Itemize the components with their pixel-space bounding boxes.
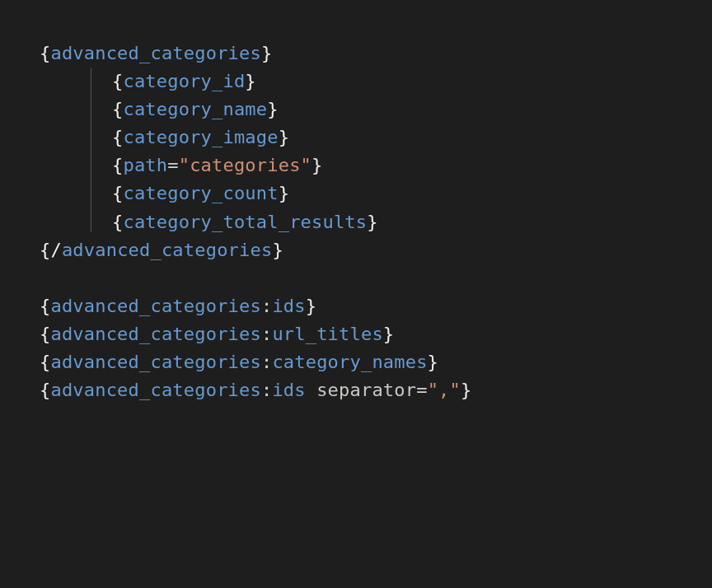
token-str: "categories" bbox=[179, 155, 312, 175]
token-tag: category_id bbox=[123, 71, 245, 91]
token-brace: { bbox=[40, 352, 50, 372]
token-colon: : bbox=[261, 296, 272, 316]
token-brace: } bbox=[261, 43, 272, 63]
token-brace: } bbox=[245, 71, 255, 91]
token-brace: { bbox=[40, 43, 50, 63]
token-brace: } bbox=[461, 380, 471, 400]
token-modifier: category_names bbox=[272, 352, 427, 372]
code-block[interactable]: {advanced_categories}{category_id}{categ… bbox=[40, 40, 682, 404]
token-tag: category_name bbox=[123, 99, 267, 119]
token-tag: advanced_categories bbox=[50, 352, 260, 372]
token-brace: } bbox=[279, 183, 289, 203]
token-brace: } bbox=[312, 155, 322, 175]
token-brace: { bbox=[112, 212, 123, 232]
token-colon: : bbox=[261, 352, 272, 372]
token-tag: advanced_categories bbox=[50, 296, 260, 316]
token-eq: = bbox=[416, 380, 427, 400]
code-line[interactable]: {category_total_results} bbox=[40, 208, 682, 236]
token-brace: { bbox=[112, 155, 123, 175]
token-brace: } bbox=[267, 99, 278, 119]
token-brace: } bbox=[279, 127, 289, 147]
code-line[interactable]: {/advanced_categories} bbox=[40, 236, 682, 264]
token-tag: advanced_categories bbox=[62, 240, 272, 260]
token-tag: path bbox=[123, 155, 167, 175]
token-brace: { bbox=[40, 380, 50, 400]
token-space bbox=[306, 380, 316, 400]
token-tag: advanced_categories bbox=[50, 324, 260, 344]
token-brace: { bbox=[40, 324, 50, 344]
code-line[interactable]: {advanced_categories:url_titles} bbox=[40, 320, 682, 348]
code-line[interactable]: {advanced_categories} bbox=[40, 40, 682, 68]
token-brace: } bbox=[306, 296, 316, 316]
token-modifier: ids bbox=[272, 380, 305, 400]
token-brace: } bbox=[383, 324, 394, 344]
token-brace: { bbox=[40, 240, 50, 260]
code-line[interactable]: {path="categories"} bbox=[40, 152, 682, 180]
code-line[interactable]: {advanced_categories:ids} bbox=[40, 292, 682, 320]
code-line[interactable]: {category_count} bbox=[40, 180, 682, 208]
code-line[interactable]: {advanced_categories:category_names} bbox=[40, 348, 682, 376]
code-line[interactable]: {category_name} bbox=[40, 96, 682, 124]
token-tag: category_count bbox=[123, 183, 278, 203]
token-attrname2: separator bbox=[316, 380, 416, 400]
token-slash: / bbox=[50, 240, 61, 260]
blank-line bbox=[40, 264, 682, 292]
token-tag: category_total_results bbox=[123, 212, 367, 232]
token-brace: { bbox=[112, 127, 123, 147]
token-brace: } bbox=[367, 212, 377, 232]
token-modifier: ids bbox=[272, 296, 305, 316]
token-colon: : bbox=[261, 324, 272, 344]
code-line[interactable]: {category_id} bbox=[40, 68, 682, 96]
token-brace: { bbox=[112, 183, 123, 203]
code-line[interactable]: {advanced_categories:ids separator=","} bbox=[40, 376, 682, 404]
token-tag: advanced_categories bbox=[50, 43, 260, 63]
token-brace: } bbox=[428, 352, 438, 372]
token-brace: } bbox=[272, 240, 283, 260]
token-eq: = bbox=[167, 155, 178, 175]
token-brace: { bbox=[40, 296, 50, 316]
token-brace: { bbox=[112, 99, 123, 119]
token-modifier: url_titles bbox=[272, 324, 382, 344]
token-str: "," bbox=[428, 380, 461, 400]
token-colon: : bbox=[261, 380, 272, 400]
token-brace: { bbox=[112, 71, 123, 91]
code-line[interactable]: {category_image} bbox=[40, 124, 682, 152]
token-tag: category_image bbox=[123, 127, 278, 147]
token-tag: advanced_categories bbox=[50, 380, 260, 400]
